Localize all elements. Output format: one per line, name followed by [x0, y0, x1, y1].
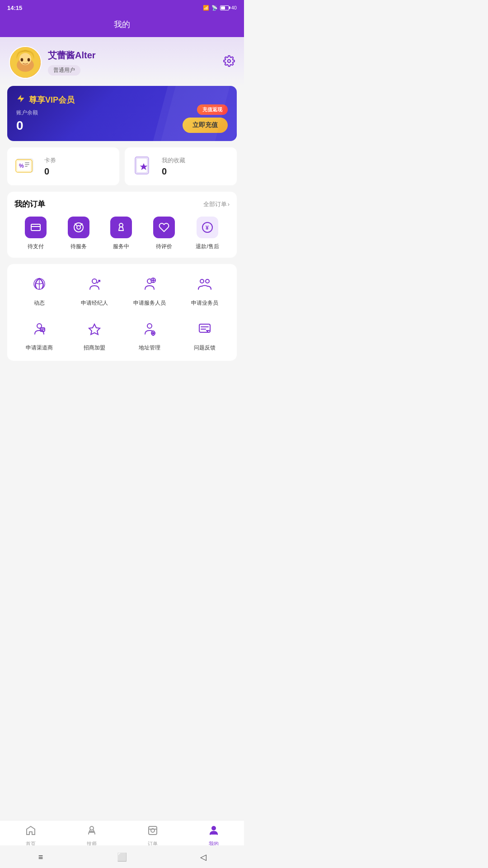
svg-point-34: [206, 279, 209, 283]
svg-point-18: [77, 226, 80, 229]
vip-lightning-icon: [16, 94, 25, 105]
status-time: 14:15: [7, 5, 22, 11]
battery-icon: [220, 5, 229, 10]
in-service-label: 服务中: [113, 243, 129, 250]
favorites-label: 我的收藏: [162, 156, 185, 165]
pending-payment-label: 待支付: [28, 243, 44, 250]
avatar[interactable]: [9, 46, 42, 79]
orders-header: 我的订单 全部订单 ›: [14, 199, 230, 209]
order-pending-payment[interactable]: 待支付: [25, 217, 47, 250]
join-icon: [84, 318, 105, 340]
address-icon: [139, 318, 160, 340]
svg-rect-41: [199, 324, 210, 332]
all-orders-button[interactable]: 全部订单 ›: [203, 200, 230, 208]
feature-feedback[interactable]: 问题反馈: [177, 318, 232, 352]
feature-address[interactable]: 地址管理: [122, 318, 177, 352]
coupon-label: 卡券: [44, 156, 56, 165]
join-label: 招商加盟: [84, 344, 105, 352]
svg-point-33: [200, 279, 204, 283]
vip-title-row: 尊享VIP会员: [16, 94, 228, 105]
svg-point-5: [228, 60, 231, 63]
svg-rect-11: [25, 164, 29, 165]
vip-balance-label: 账户余额: [16, 109, 228, 117]
svg-point-25: [92, 279, 97, 283]
feature-dynamic[interactable]: 动态: [12, 273, 67, 307]
favorites-value: 0: [162, 166, 185, 177]
service-staff-label: 申请服务人员: [133, 299, 166, 307]
dynamic-icon: [28, 273, 50, 295]
pending-payment-icon: [25, 217, 47, 238]
svg-rect-10: [25, 162, 29, 163]
svg-rect-14: [137, 159, 147, 172]
svg-rect-15: [31, 224, 40, 231]
order-pending-review[interactable]: 待评价: [153, 217, 175, 250]
recharge-button[interactable]: 立即充值: [183, 118, 228, 133]
refund-icon: ¥: [197, 217, 218, 238]
orders-title: 我的订单: [14, 199, 45, 209]
feature-service-staff[interactable]: 申请服务人员: [122, 273, 177, 307]
feature-agent[interactable]: 申请经纪人: [67, 273, 122, 307]
profile-section: 艾蕾酱Alter 普通用户: [0, 37, 244, 86]
profile-name: 艾蕾酱Alter: [48, 49, 96, 61]
cashback-button[interactable]: 充值返现: [197, 104, 228, 115]
page-header: 我的: [0, 14, 244, 37]
address-label: 地址管理: [139, 344, 160, 352]
page-title: 我的: [114, 20, 130, 29]
service-staff-icon: [139, 273, 160, 295]
coupon-icon: %: [14, 155, 38, 178]
feedback-label: 问题反馈: [194, 344, 216, 352]
feature-channel[interactable]: 申请渠道商: [12, 318, 67, 352]
status-bar: 14:15 📶 📡 40: [0, 0, 244, 14]
channel-label: 申请渠道商: [26, 344, 53, 352]
coupon-info: 卡券 0: [44, 156, 56, 177]
svg-rect-12: [25, 166, 28, 167]
favorites-info: 我的收藏 0: [162, 156, 185, 177]
chevron-right-icon: ›: [228, 201, 230, 208]
feature-salesperson[interactable]: 申请业务员: [177, 273, 232, 307]
in-service-icon: [110, 217, 132, 238]
battery-level: 40: [231, 5, 237, 10]
feedback-icon: [194, 318, 216, 340]
signal-icon: 📶: [203, 5, 209, 11]
svg-point-3: [21, 58, 23, 62]
svg-point-40: [153, 333, 154, 334]
pending-service-icon: [68, 217, 89, 238]
agent-icon: [84, 273, 105, 295]
feature-join[interactable]: 招商加盟: [67, 318, 122, 352]
features-grid: 动态 申请经纪人: [12, 273, 232, 352]
svg-point-21: [119, 223, 123, 227]
settings-button[interactable]: [223, 55, 235, 70]
svg-point-39: [147, 324, 152, 328]
profile-left: 艾蕾酱Alter 普通用户: [9, 46, 96, 79]
coupon-card[interactable]: % 卡券 0: [7, 147, 119, 185]
svg-point-4: [28, 58, 30, 62]
svg-text:%: %: [19, 163, 24, 169]
pending-review-icon: [153, 217, 175, 238]
coupon-value: 0: [44, 166, 56, 177]
refund-label: 退款/售后: [196, 243, 219, 250]
features-section: 动态 申请经纪人: [7, 264, 237, 361]
favorites-icon: [132, 155, 155, 178]
svg-text:¥: ¥: [206, 225, 209, 231]
salesperson-label: 申请业务员: [191, 299, 218, 307]
orders-grid: 待支付 待服务: [14, 217, 230, 250]
cards-row: % 卡券 0 我的收藏 0: [7, 147, 237, 185]
salesperson-icon: [194, 273, 216, 295]
order-in-service[interactable]: 服务中: [110, 217, 132, 250]
avatar-image: [10, 46, 41, 79]
pending-review-label: 待评价: [156, 243, 172, 250]
vip-actions: 充值返现 立即充值: [183, 104, 228, 133]
favorites-card[interactable]: 我的收藏 0: [125, 147, 237, 185]
status-icons: 📶 📡 40: [203, 5, 237, 11]
dynamic-label: 动态: [34, 299, 45, 307]
profile-info: 艾蕾酱Alter 普通用户: [48, 49, 96, 75]
order-refund[interactable]: ¥ 退款/售后: [196, 217, 219, 250]
order-pending-service[interactable]: 待服务: [68, 217, 89, 250]
pending-service-label: 待服务: [70, 243, 87, 250]
vip-balance-value: 0: [16, 118, 228, 133]
orders-section: 我的订单 全部订单 › 待支付: [7, 192, 237, 258]
channel-icon: [28, 318, 50, 340]
user-badge: 普通用户: [48, 65, 80, 75]
svg-line-20: [80, 224, 82, 226]
vip-card[interactable]: 尊享VIP会员 账户余额 0 充值返现 立即充值: [7, 86, 237, 141]
